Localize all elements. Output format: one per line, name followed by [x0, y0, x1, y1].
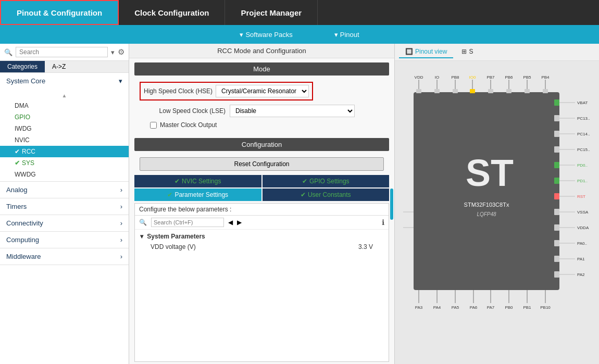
svg-text:IO: IO	[435, 75, 439, 80]
sys-label: SYS	[22, 159, 34, 167]
section-timers-header[interactable]: Timers ›	[0, 198, 129, 215]
sidebar-item-wwdg[interactable]: WWDG	[0, 169, 129, 180]
system-view-label: S	[469, 48, 473, 55]
svg-text:PA7: PA7	[487, 305, 495, 310]
mode-section-header: Mode	[134, 62, 389, 76]
grid-icon: ⊞	[461, 48, 467, 55]
master-clock-checkbox[interactable]	[150, 122, 157, 129]
tab-system-view[interactable]: ⊞ S	[455, 46, 479, 58]
svg-text:ST: ST	[466, 152, 514, 194]
config-search-row: 🔍 ◀ ▶ ℹ	[135, 216, 389, 230]
svg-text:PB1: PB1	[523, 305, 531, 310]
hse-label: High Speed Clock (HSE)	[144, 87, 213, 95]
nav-project-manager[interactable]: Project Manager	[225, 0, 318, 25]
svg-text:PC14..: PC14..	[577, 132, 590, 136]
config-search-input[interactable]	[154, 219, 221, 225]
svg-rect-78	[453, 89, 458, 93]
svg-text:PC13..: PC13..	[577, 116, 590, 121]
tab-pinout-view[interactable]: 🔲 Pinout view	[399, 46, 453, 58]
nav-clock-label: Clock Configuration	[134, 8, 209, 17]
svg-text:PB10: PB10	[540, 305, 551, 310]
sidebar-item-iwdg[interactable]: IWDG	[0, 123, 129, 134]
lse-select[interactable]: Disable Crystal/Ceramic Resonator BYPASS…	[230, 105, 355, 117]
config-content: Configure the below parameters : 🔍 ◀ ▶ ℹ…	[134, 203, 389, 362]
nav-clock-config[interactable]: Clock Configuration	[119, 0, 225, 25]
svg-text:VDD: VDD	[415, 75, 423, 80]
svg-text:PD0..: PD0..	[577, 163, 588, 168]
sub-nav-pinout-label: Pinout	[340, 31, 359, 39]
svg-rect-77	[434, 89, 440, 93]
section-computing-header[interactable]: Computing ›	[0, 232, 129, 248]
section-middleware-header[interactable]: Middleware ›	[0, 248, 129, 265]
tab-parameter-settings[interactable]: ✔ Parameter Settings	[134, 189, 261, 201]
svg-text:PB4: PB4	[541, 75, 550, 80]
analog-label: Analog	[6, 186, 27, 194]
svg-rect-47	[554, 193, 559, 199]
section-connectivity-header[interactable]: Connectivity ›	[0, 215, 129, 231]
gpio-tab-label: GPIO Settings	[309, 178, 350, 185]
hse-highlighted-wrapper: High Speed Clock (HSE) Crystal/Ceramic R…	[140, 82, 313, 101]
svg-text:RST: RST	[577, 194, 585, 199]
config-content-label: Configure the below parameters :	[135, 204, 389, 216]
svg-text:VDDA: VDDA	[577, 225, 589, 230]
svg-text:LQFP48: LQFP48	[477, 211, 496, 217]
reset-config-button[interactable]: Reset Configuration	[140, 157, 384, 171]
config-search-wrapper	[151, 218, 224, 227]
param-value-vdd: 3.3 V	[358, 243, 373, 250]
svg-text:PA3: PA3	[415, 305, 423, 310]
tab-gpio-settings[interactable]: ✔ GPIO Settings	[263, 175, 390, 187]
arrow-right-icon[interactable]: ▶	[237, 219, 242, 226]
section-system-core: System Core ▾ ▲ DMA GPIO IWDG NVIC ✔ RCC…	[0, 73, 129, 182]
param-name-vdd: VDD voltage (V)	[151, 243, 196, 250]
nav-pinout-label: Pinout & Configuration	[17, 8, 102, 17]
tab-nvic-settings[interactable]: ✔ NVIC Settings	[134, 175, 261, 187]
sidebar-search-bar: 🔍 ▾ ⚙	[0, 44, 129, 61]
chip-diagram-area: VDD IO PB8 IO0 PB7 PB6 PB5 PB4	[395, 61, 599, 362]
svg-rect-52	[554, 271, 559, 278]
section-analog-header[interactable]: Analog ›	[0, 182, 129, 198]
sidebar-item-rcc[interactable]: ✔ RCC	[0, 146, 129, 157]
nav-pinout-config[interactable]: Pinout & Configuration	[0, 0, 119, 25]
check-icon-params-tab: ✔	[167, 191, 172, 198]
system-params-header: ▾ System Parameters	[140, 233, 383, 240]
config-section-header: Configuration	[134, 138, 389, 151]
svg-text:PA0..: PA0..	[577, 241, 587, 246]
tab-az[interactable]: A->Z	[45, 61, 73, 72]
user-tab-label: User Constants	[308, 191, 351, 198]
sub-nav-software-packs[interactable]: ▾ Software Packs	[240, 31, 292, 39]
center-panel: RCC Mode and Configuration Mode High Spe…	[129, 44, 395, 364]
tab-user-constants[interactable]: ✔ User Constants	[263, 189, 390, 201]
section-analog: Analog ›	[0, 182, 129, 198]
gear-icon[interactable]: ⚙	[118, 47, 124, 57]
svg-rect-42	[554, 115, 559, 121]
svg-text:VBAT: VBAT	[577, 101, 588, 105]
sidebar-item-dma[interactable]: DMA	[0, 100, 129, 111]
svg-rect-79	[470, 89, 475, 93]
check-icon-sys: ✔	[15, 159, 20, 167]
sub-nav-pinout[interactable]: ▾ Pinout	[334, 31, 359, 39]
svg-text:PD1..: PD1..	[577, 179, 588, 183]
chevron-right-icon-computing: ›	[120, 236, 122, 244]
section-system-core-header[interactable]: System Core ▾	[0, 73, 129, 89]
search-input[interactable]	[16, 47, 108, 57]
tab-categories[interactable]: Categories	[0, 61, 45, 72]
hse-select[interactable]: Crystal/Ceramic Resonator Disable BYPASS…	[216, 85, 309, 97]
sub-navigation: ▾ Software Packs ▾ Pinout	[0, 25, 599, 44]
sidebar-item-gpio[interactable]: GPIO	[0, 111, 129, 123]
rcc-label: RCC	[22, 148, 35, 155]
chip-svg: VDD IO PB8 IO0 PB7 PB6 PB5 PB4	[403, 71, 591, 363]
sidebar-item-nvic[interactable]: NVIC	[0, 134, 129, 146]
dropdown-arrow-icon: ▾	[111, 48, 115, 56]
svg-rect-51	[554, 256, 559, 262]
scroll-bar-indicator[interactable]	[390, 189, 393, 220]
sidebar-tab-bar: Categories A->Z	[0, 61, 129, 73]
nvic-tab-label: NVIC Settings	[182, 178, 221, 185]
mode-section: High Speed Clock (HSE) Crystal/Ceramic R…	[129, 78, 394, 133]
sidebar-item-sys[interactable]: ✔ SYS	[0, 157, 129, 169]
arrow-left-icon[interactable]: ◀	[228, 219, 233, 226]
section-computing: Computing ›	[0, 232, 129, 248]
sidebar: 🔍 ▾ ⚙ Categories A->Z System Core ▾ ▲ DM…	[0, 44, 129, 364]
info-icon: ℹ	[382, 218, 384, 227]
pinout-view-label: Pinout view	[415, 48, 447, 55]
master-clock-label[interactable]: Master Clock Output	[160, 121, 217, 129]
